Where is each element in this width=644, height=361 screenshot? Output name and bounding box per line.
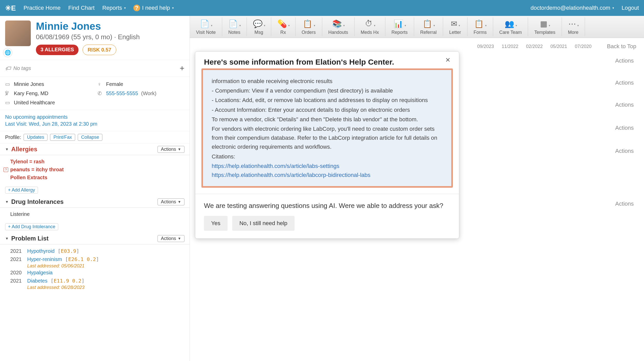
timeline-dates: 09/202311/202202/202205/202107/2020 [477, 44, 591, 49]
chevron-down-icon: ▼ [5, 200, 9, 204]
feedback-yes-button[interactable]: Yes [204, 216, 228, 231]
timeline-date[interactable]: 02/2022 [526, 44, 543, 49]
toolbar-icon: 💊▼ [277, 18, 289, 29]
nav-help[interactable]: ?I need help▾ [133, 5, 174, 11]
risk-badge[interactable]: RISK 0.57 [83, 45, 116, 55]
insurance-icon: ▭ [5, 99, 11, 106]
actions-link[interactable]: Actions [615, 79, 634, 86]
phone-link[interactable]: 555-555-5555 [106, 91, 138, 96]
problem-year: 2021 [10, 278, 24, 284]
toolbar-label: Notes [228, 30, 240, 35]
toolbar-label: More [568, 30, 579, 35]
toolbar-label: Care Team [499, 30, 522, 35]
toolbar-label: Msg [255, 30, 263, 35]
female-icon: ♀ [97, 81, 103, 87]
person-icon: ▭ [5, 81, 11, 87]
warning-icon: ? [4, 167, 8, 172]
add-tag-button[interactable]: + [180, 64, 184, 73]
toolbar-msg[interactable]: 💬▼Msg [247, 17, 271, 36]
last-visit[interactable]: Last Visit: Wed, Jun 28, 2023 at 2:30 pm [5, 121, 184, 127]
problem-row[interactable]: 2021Hypothyroid [E03.9] [10, 247, 179, 255]
toolbar-care-team[interactable]: 👥▼Care Team [493, 17, 528, 36]
close-icon[interactable]: × [445, 58, 450, 62]
toolbar-icon: ▦▼ [540, 18, 550, 29]
add-intolerance-button[interactable]: + Add Drug Intolerance [5, 223, 58, 230]
toolbar-letter[interactable]: ✉▼Letter [443, 17, 467, 36]
allergies-actions-button[interactable]: Actions▼ [158, 146, 184, 153]
timeline-date[interactable]: 07/2020 [575, 44, 591, 49]
no-upcoming-appointments[interactable]: No upcoming appointments [5, 114, 184, 120]
timeline-date[interactable]: 11/2022 [502, 44, 518, 49]
toolbar-handouts[interactable]: 📚▼Handouts [322, 17, 355, 36]
actions-link[interactable]: Actions [615, 102, 634, 108]
intolerance-item[interactable]: Listerine [10, 210, 179, 218]
nav-practice-home[interactable]: Practice Home [24, 5, 61, 11]
toolbar-label: Templates [534, 30, 555, 35]
toolbar-reports[interactable]: 📊▼Reports [385, 17, 414, 36]
toolbar-meds-hx[interactable]: ⏱▼Meds Hx [355, 17, 385, 36]
toolbar-icon: ✉▼ [451, 18, 460, 29]
timeline-date[interactable]: 09/2023 [477, 44, 494, 49]
problem-name[interactable]: Hyper-reninism [27, 256, 62, 262]
toolbar-icon: 📋▼ [303, 18, 315, 29]
patient-avatar[interactable] [5, 21, 31, 46]
toolbar-notes[interactable]: 📄▼Notes [222, 17, 247, 36]
problem-year: 2021 [10, 248, 24, 254]
globe-icon[interactable]: 🌐 [3, 48, 12, 57]
toolbar-more[interactable]: ⋯▼More [562, 17, 585, 36]
toolbar-label: Orders [302, 30, 316, 35]
problem-name[interactable]: Diabetes [27, 278, 47, 284]
toolbar-label: Meds Hx [361, 30, 379, 35]
toolbar-label: Rx [280, 30, 286, 35]
print-fax-button[interactable]: Print/Fax [50, 134, 75, 141]
back-to-top-link[interactable]: Back to Top [607, 43, 636, 50]
tag-icon: 🏷 [5, 65, 11, 72]
elation-logo[interactable]: ✳E [5, 4, 16, 12]
collapse-button[interactable]: Collapse [78, 134, 102, 141]
problems-actions-button[interactable]: Actions▼ [158, 235, 184, 242]
logout-link[interactable]: Logout [622, 5, 639, 11]
feedback-question: We are testing answering questions using… [204, 202, 450, 210]
problem-name[interactable]: Hypothyroid [27, 248, 55, 254]
feedback-no-button[interactable]: No, I still need help [232, 216, 295, 231]
problem-list-header[interactable]: ▼Problem List [5, 235, 48, 242]
actions-link[interactable]: Actions [615, 57, 634, 64]
nav-reports[interactable]: Reports▾ [102, 5, 126, 11]
actions-link[interactable]: Actions [615, 200, 634, 207]
updates-button[interactable]: Updates [24, 134, 47, 141]
nav-find-chart[interactable]: Find Chart [68, 5, 95, 11]
toolbar-visit-note[interactable]: 📄▼Visit Note [190, 17, 222, 36]
help-popup-title: Here's some information from Elation's H… [204, 58, 394, 66]
toolbar-templates[interactable]: ▦▼Templates [528, 17, 562, 36]
toolbar-forms[interactable]: 📋▼Forms [467, 17, 493, 36]
help-citation-link[interactable]: https://help.elationhealth.com/s/article… [212, 171, 443, 179]
patient-name[interactable]: Minnie Jones [36, 21, 184, 32]
problem-row[interactable]: 2021Diabetes [E11.9 0.2] [10, 277, 179, 285]
allergies-header[interactable]: ▼Allergies [5, 146, 37, 153]
problem-row[interactable]: 2020Hypalgesia [10, 269, 179, 277]
chart-toolbar: 📄▼Visit Note📄▼Notes💬▼Msg💊▼Rx📋▼Orders📚▼Ha… [190, 16, 644, 38]
user-menu[interactable]: doctordemo@elationhealth.com▾ [531, 5, 614, 11]
allergy-item[interactable]: Pollen Extracts [10, 174, 179, 182]
help-center-popup: Here's some information from Elation's H… [195, 51, 459, 239]
problem-row[interactable]: 2021Hyper-reninism [E26.1 0.2] [10, 255, 179, 263]
actions-link[interactable]: Actions [615, 148, 634, 154]
allergy-item[interactable]: Tylenol = rash [10, 158, 179, 166]
allergy-item[interactable]: peanuts = itchy throat [10, 166, 64, 174]
allergies-badge[interactable]: 3 ALLERGIES [36, 45, 79, 55]
add-allergy-button[interactable]: + Add Allergy [5, 187, 38, 194]
patient-sex: Female [106, 81, 123, 87]
toolbar-label: Handouts [328, 30, 348, 35]
help-citation-link[interactable]: https://help.elationhealth.com/s/article… [212, 162, 443, 171]
intolerances-header[interactable]: ▼Drug Intolerances [5, 198, 64, 205]
toolbar-rx[interactable]: 💊▼Rx [271, 17, 296, 36]
toolbar-referral[interactable]: 📋▼Referral [414, 17, 443, 36]
timeline-date[interactable]: 05/2021 [550, 44, 567, 49]
help-icon: ? [133, 5, 140, 11]
problem-name[interactable]: Hypalgesia [27, 270, 53, 276]
intolerances-actions-button[interactable]: Actions▼ [158, 198, 184, 205]
toolbar-label: Referral [420, 30, 437, 35]
chevron-down-icon: ▾ [124, 6, 126, 10]
actions-link[interactable]: Actions [615, 125, 634, 131]
toolbar-orders[interactable]: 📋▼Orders [296, 17, 322, 36]
